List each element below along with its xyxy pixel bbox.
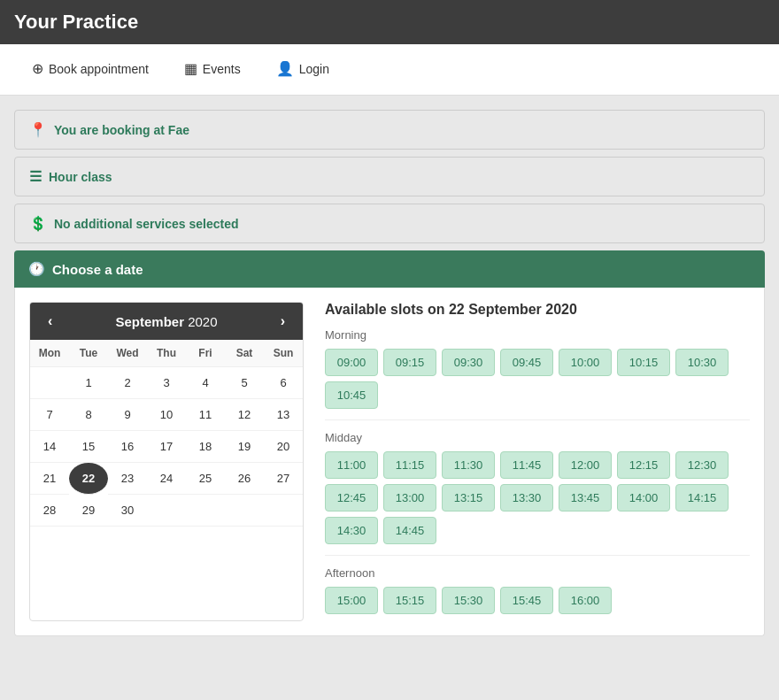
time-slot[interactable]: 13:45 xyxy=(559,484,612,512)
calendar-day[interactable]: 10 xyxy=(147,399,186,431)
person-icon: 👤 xyxy=(276,60,294,77)
class-bar: ☰ Hour class xyxy=(14,157,765,196)
time-slot[interactable]: 12:15 xyxy=(617,451,670,479)
calendar-day[interactable]: 19 xyxy=(225,431,264,463)
time-slot[interactable]: 15:15 xyxy=(383,587,436,614)
location-label: You are booking at Fae xyxy=(54,123,189,137)
time-slot[interactable]: 15:00 xyxy=(325,587,378,614)
time-slot[interactable]: 14:30 xyxy=(325,517,378,544)
app-title: Your Practice xyxy=(14,11,138,34)
calendar-day[interactable]: 4 xyxy=(186,367,225,399)
choose-date-header: 🕐 Choose a date xyxy=(14,250,765,288)
calendar-day[interactable]: 8 xyxy=(69,399,108,431)
calendar-day[interactable]: 17 xyxy=(147,431,186,463)
calendar-month: September xyxy=(115,314,184,329)
services-bar: 💲 No additional services selected xyxy=(14,204,765,243)
calendar-day[interactable]: 21 xyxy=(30,463,69,495)
time-slot[interactable]: 09:15 xyxy=(383,349,436,376)
time-slot[interactable]: 11:15 xyxy=(383,451,436,479)
time-slot[interactable]: 13:00 xyxy=(383,484,436,512)
calendar-day xyxy=(225,495,264,527)
calendar-day[interactable]: 27 xyxy=(264,463,303,495)
time-slot[interactable]: 11:30 xyxy=(442,451,495,479)
calendar-day[interactable]: 12 xyxy=(225,399,264,431)
nav-events-label: Events xyxy=(203,62,241,76)
calendar-year: 2020 xyxy=(188,314,217,329)
calendar-day[interactable]: 9 xyxy=(108,399,147,431)
calendar-day[interactable]: 16 xyxy=(108,431,147,463)
calendar-day[interactable]: 24 xyxy=(147,463,186,495)
time-slot[interactable]: 15:30 xyxy=(442,587,495,614)
calendar-day[interactable]: 3 xyxy=(147,367,186,399)
time-slot[interactable]: 09:00 xyxy=(325,349,378,376)
calendar-day[interactable]: 15 xyxy=(69,431,108,463)
slots-divider xyxy=(325,555,750,556)
services-label: No additional services selected xyxy=(54,217,239,231)
time-slot[interactable]: 13:30 xyxy=(500,484,553,512)
calendar-header: ‹ September 2020 › xyxy=(30,303,303,340)
slots-section: Available slots on 22 September 2020 Mor… xyxy=(325,302,750,621)
time-group-label: Midday xyxy=(325,431,750,444)
calendar-day-header: Sat xyxy=(225,340,264,367)
time-slot[interactable]: 14:45 xyxy=(383,517,436,544)
calendar-day-header: Tue xyxy=(69,340,108,367)
calendar-day[interactable]: 29 xyxy=(69,495,108,527)
time-slot[interactable]: 12:00 xyxy=(559,451,612,479)
time-slots-row: 15:0015:1515:3015:4516:00 xyxy=(325,587,750,614)
calendar-day xyxy=(264,495,303,527)
calendar-day[interactable]: 23 xyxy=(108,463,147,495)
location-bar: 📍 You are booking at Fae xyxy=(14,110,765,150)
slots-divider xyxy=(325,419,750,420)
nav-login[interactable]: 👤 Login xyxy=(258,44,347,95)
time-slot[interactable]: 09:30 xyxy=(442,349,495,376)
next-month-button[interactable]: › xyxy=(275,312,290,331)
time-slot[interactable]: 11:00 xyxy=(325,451,378,479)
time-slot[interactable]: 14:00 xyxy=(617,484,670,512)
calendar-day[interactable]: 5 xyxy=(225,367,264,399)
location-icon: 📍 xyxy=(29,121,47,138)
time-group-label: Morning xyxy=(325,328,750,342)
calendar-day[interactable]: 14 xyxy=(30,431,69,463)
calendar-day[interactable]: 26 xyxy=(225,463,264,495)
time-slots-row: 11:0011:1511:3011:4512:0012:1512:3012:45… xyxy=(325,451,750,544)
plus-icon: ⊕ xyxy=(32,60,43,77)
calendar-day[interactable]: 7 xyxy=(30,399,69,431)
time-slot[interactable]: 10:15 xyxy=(617,349,670,376)
slots-title: Available slots on 22 September 2020 xyxy=(325,302,750,318)
calendar-icon: ▦ xyxy=(184,60,197,77)
calendar-day[interactable]: 22 xyxy=(69,463,108,495)
time-slot[interactable]: 10:30 xyxy=(675,349,729,376)
time-slot[interactable]: 14:15 xyxy=(675,484,729,512)
calendar-day-header: Thu xyxy=(147,340,186,367)
time-slots-row: 09:0009:1509:3009:4510:0010:1510:3010:45 xyxy=(325,349,750,409)
calendar-day[interactable]: 30 xyxy=(108,495,147,527)
prev-month-button[interactable]: ‹ xyxy=(42,312,58,331)
calendar-day[interactable]: 1 xyxy=(69,367,108,399)
time-slot[interactable]: 11:45 xyxy=(500,451,553,479)
calendar-day[interactable]: 13 xyxy=(264,399,303,431)
time-slot[interactable]: 09:45 xyxy=(500,349,553,376)
nav-book-appointment[interactable]: ⊕ Book appointment xyxy=(14,44,166,95)
calendar-day xyxy=(147,495,186,527)
calendar-day[interactable]: 6 xyxy=(264,367,303,399)
time-slot[interactable]: 10:45 xyxy=(325,381,378,409)
time-slot[interactable]: 10:00 xyxy=(559,349,612,376)
calendar-day[interactable]: 28 xyxy=(30,495,69,527)
date-picker-container: ‹ September 2020 › MonTueWedThuFriSatSun… xyxy=(14,288,765,636)
calendar-day[interactable]: 18 xyxy=(186,431,225,463)
calendar-day[interactable]: 20 xyxy=(264,431,303,463)
calendar-day xyxy=(186,495,225,527)
calendar-day[interactable]: 2 xyxy=(108,367,147,399)
time-slot[interactable]: 15:45 xyxy=(500,587,553,614)
nav-events[interactable]: ▦ Events xyxy=(166,44,258,95)
calendar-day[interactable]: 25 xyxy=(186,463,225,495)
time-slot[interactable]: 12:30 xyxy=(675,451,729,479)
calendar-grid: MonTueWedThuFriSatSun1234567891011121314… xyxy=(30,340,303,527)
time-slot[interactable]: 12:45 xyxy=(325,484,378,512)
navbar: ⊕ Book appointment ▦ Events 👤 Login xyxy=(0,44,779,96)
calendar-day-header: Mon xyxy=(30,340,69,367)
time-slot[interactable]: 13:15 xyxy=(442,484,495,512)
time-slot[interactable]: 16:00 xyxy=(559,587,612,614)
calendar-day[interactable]: 11 xyxy=(186,399,225,431)
calendar: ‹ September 2020 › MonTueWedThuFriSatSun… xyxy=(29,302,304,621)
